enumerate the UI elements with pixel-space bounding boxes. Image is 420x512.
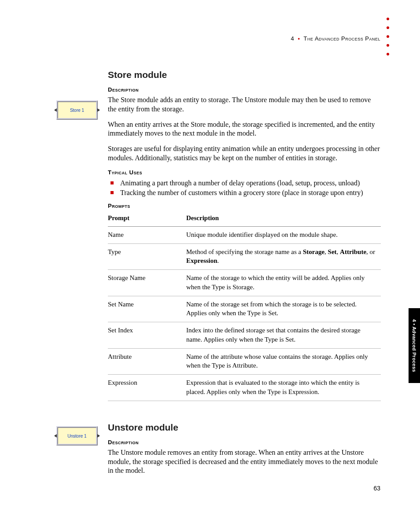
store-icon-label: Store 1 (70, 108, 84, 113)
chapter-title: The Advanced Process Panel (304, 35, 380, 42)
decorative-dots (387, 18, 389, 55)
main-content: Store module Description The Store modul… (108, 70, 381, 482)
chapter-number: 4 (291, 35, 295, 42)
bullet-icon: • (298, 35, 300, 42)
table-row: Expression Expression that is evaluated … (108, 375, 381, 401)
side-tab: 4 • Advanced Process (409, 308, 420, 383)
cell-prompt: Storage Name (108, 270, 186, 296)
cell-desc: Name of the storage to which the entity … (186, 270, 381, 296)
th-prompt: Prompt (108, 212, 186, 227)
store-uses-list: Animating a part through a number of del… (108, 178, 381, 198)
prompts-table: Prompt Description Name Unique module id… (108, 212, 381, 401)
table-row: Set Name Name of the storage set from wh… (108, 296, 381, 322)
cell-prompt: Name (108, 226, 186, 243)
cell-prompt: Set Name (108, 296, 186, 322)
table-row: Storage Name Name of the storage to whic… (108, 270, 381, 296)
store-desc-head: Description (108, 86, 381, 93)
store-p3: Storages are useful for displaying entit… (108, 144, 381, 163)
cell-desc: Index into the defined storage set that … (186, 322, 381, 349)
unstore-section: Unstore module Description The Unstore m… (108, 422, 381, 475)
page: 4 • The Advanced Process Panel Store 1 U… (0, 0, 420, 512)
cell-desc: Expression that is evaluated to the stor… (186, 375, 381, 401)
store-p2: When an entity arrives at the Store modu… (108, 120, 381, 139)
cell-desc: Method of specifying the storage name as… (186, 243, 381, 270)
list-item: Tracking the number of customers within … (108, 188, 381, 198)
cell-desc: Name of the attribute whose value contai… (186, 348, 381, 375)
cell-prompt: Type (108, 243, 186, 270)
unstore-icon-label: Unstore 1 (67, 434, 86, 438)
store-title: Store module (108, 70, 381, 80)
cell-desc: Unique module identifier displayed on th… (186, 226, 381, 243)
cell-prompt: Set Index (108, 322, 186, 349)
cell-desc: Name of the storage set from which the s… (186, 296, 381, 322)
store-module-icon: Store 1 (56, 100, 98, 120)
th-desc: Description (186, 212, 381, 227)
table-row: Type Method of specifying the storage na… (108, 243, 381, 270)
page-number: 63 (373, 485, 380, 492)
table-row: Name Unique module identifier displayed … (108, 226, 381, 243)
cell-prompt: Attribute (108, 348, 186, 375)
unstore-desc-head: Description (108, 439, 381, 446)
store-prompts-head: Prompts (108, 203, 381, 209)
unstore-p1: The Unstore module removes an entity fro… (108, 448, 381, 475)
page-header: 4 • The Advanced Process Panel (291, 35, 380, 42)
table-row: Set Index Index into the defined storage… (108, 322, 381, 349)
cell-prompt: Expression (108, 375, 186, 401)
list-item: Animating a part through a number of del… (108, 178, 381, 188)
table-row: Attribute Name of the attribute whose va… (108, 348, 381, 375)
store-p1: The Store module adds an entity to stora… (108, 96, 381, 114)
store-uses-head: Typical Uses (108, 169, 381, 176)
unstore-module-icon: Unstore 1 (56, 426, 98, 446)
unstore-title: Unstore module (108, 422, 381, 433)
